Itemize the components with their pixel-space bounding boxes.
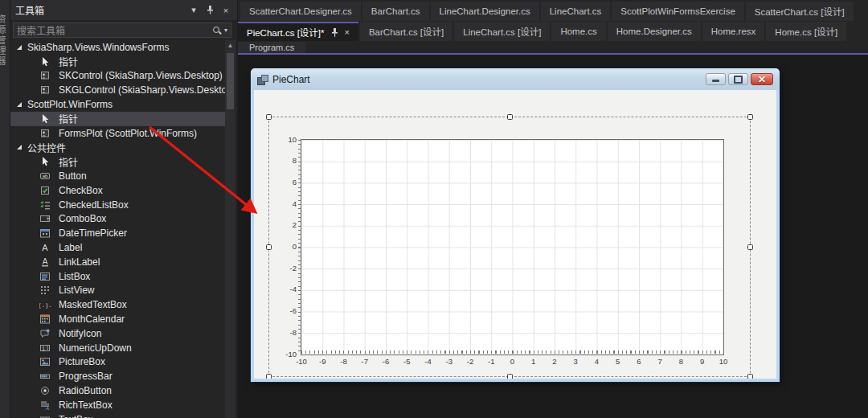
tab-piechart-cs-设计[interactable]: PieChart.cs [设计]*× — [238, 22, 358, 41]
toolbox-item-linklabel[interactable]: ALinkLabel — [10, 255, 225, 269]
toolbox-item-checkbox[interactable]: CheckBox — [10, 183, 225, 198]
toolbox-item-progressbar[interactable]: ProgressBar — [10, 369, 225, 383]
resize-handle-bottom-left[interactable] — [266, 374, 272, 379]
toolbox-item-checkedlistbox[interactable]: CheckedListBox — [10, 198, 225, 212]
toolbox-item-monthcalendar[interactable]: MonthCalendar — [10, 312, 225, 326]
x-tick-label: 3 — [567, 357, 584, 366]
formsplot-control-selection[interactable]: 1086420-2-4-6-8-10 -10-9-8-7-6-5-4-3-2-1… — [269, 117, 750, 376]
collapsed-panel-strip[interactable]: 资源管理器 — [0, 0, 10, 418]
designer-canvas[interactable]: PieChart ✕ — [238, 55, 868, 418]
toolbox-item-skglcontrol-skiasharp-views-desktop[interactable]: SKGLControl (SkiaSharp.Views.Desktop) — [10, 83, 225, 97]
resize-handle-mid-right[interactable] — [747, 244, 753, 250]
tab-barchart-cs[interactable]: BarChart.cs — [362, 2, 429, 21]
toolbox-item-maskedtextbox[interactable]: (.).MaskedTextBox — [10, 297, 225, 312]
linklabel-icon: A — [39, 256, 51, 268]
tab-home-designer-cs[interactable]: Home.Designer.cs — [608, 22, 701, 41]
tab-row-2: PieChart.cs [设计]*×BarChart.cs [设计]LineCh… — [238, 22, 868, 41]
checkedlistbox-icon — [39, 199, 51, 211]
toolbox-item-label: Button — [59, 170, 87, 182]
pin-icon[interactable] — [331, 28, 338, 37]
x-tick-label: 4 — [588, 357, 606, 366]
toolbox-item-指针[interactable]: 指针 — [10, 55, 225, 69]
toolbox-item-label[interactable]: ALabel — [10, 240, 225, 255]
toolbox-scrollbar[interactable]: ▲ — [225, 40, 235, 418]
toolbox-item-richtextbox[interactable]: ARichTextBox — [10, 398, 225, 412]
search-icon[interactable] — [212, 26, 222, 35]
label-icon: A — [39, 242, 51, 253]
toolbox-group-skiasharp-views-windowsforms[interactable]: SkiaSharp.Views.WindowsForms — [10, 40, 225, 55]
toolbox-item-combobox[interactable]: ComboBox — [10, 212, 225, 227]
toolbox-group-公共控件[interactable]: 公共控件 — [10, 141, 225, 155]
designed-form-window[interactable]: PieChart ✕ — [251, 68, 780, 382]
tab-linechart-cs-设计[interactable]: LineChart.cs [设计] — [454, 22, 550, 41]
tab-linechart-cs[interactable]: LineChart.cs — [541, 2, 611, 21]
pin-icon[interactable] — [203, 4, 216, 17]
tab-scottplotwinformsexercise[interactable]: ScottPlotWinFormsExercise — [612, 2, 744, 21]
toolbox-item-指针[interactable]: 指针 — [10, 112, 225, 126]
scroll-up-icon[interactable]: ▲ — [225, 42, 235, 49]
close-button[interactable]: ✕ — [751, 73, 773, 85]
close-icon[interactable]: × — [219, 4, 232, 17]
tab-label: BarChart.cs — [371, 6, 420, 16]
resize-handle-bottom-right[interactable] — [747, 374, 753, 379]
toolbox-item-label: ListView — [59, 285, 94, 296]
tab-program-cs[interactable]: Program.cs — [238, 42, 305, 53]
toolbox-item-picturebox[interactable]: PictureBox — [10, 355, 225, 370]
resize-handle-bottom-center[interactable] — [507, 374, 513, 379]
monthcalendar-icon — [39, 314, 51, 325]
numericupdown-icon: 1 — [39, 342, 51, 354]
tab-label: BarChart.cs [设计] — [369, 25, 444, 38]
radiobutton-icon — [39, 385, 51, 396]
toolbox-item-datetimepicker[interactable]: DateTimePicker — [10, 226, 225, 240]
search-options-chevron-icon[interactable]: ▾ — [224, 27, 227, 34]
toolbox-item-textbox[interactable]: TextBox — [10, 412, 225, 418]
toolbox-item-listview[interactable]: ListView — [10, 284, 225, 298]
toolbox-item-label: FormsPlot (ScottPlot.WinForms) — [59, 128, 197, 139]
toolbox-list: SkiaSharp.Views.WindowsForms指针SKControl … — [10, 40, 225, 418]
toolbox-item-formsplot-scottplot-winforms[interactable]: FormsPlot (ScottPlot.WinForms) — [10, 126, 225, 141]
maximize-button[interactable] — [728, 73, 748, 85]
chevron-down-icon[interactable]: ▾ — [187, 4, 200, 17]
resize-handle-top-right[interactable] — [747, 114, 753, 120]
x-tick-label: 2 — [546, 357, 563, 366]
close-icon[interactable]: × — [345, 28, 350, 37]
toolbox-item-notifyicon[interactable]: NotifyIcon — [10, 326, 225, 341]
document-well: ScatterChart.Designer.csBarChart.csLineC… — [238, 0, 868, 418]
toolbox-item-skcontrol-skiasharp-views-desktop[interactable]: SKControl (SkiaSharp.Views.Desktop) — [10, 69, 225, 84]
toolbox-group-scottplot-winforms[interactable]: ScottPlot.WinForms — [10, 97, 225, 112]
textbox-icon — [39, 414, 51, 418]
toolbox-item-label: LinkLabel — [59, 256, 100, 268]
tab-scatterchart-cs-设计[interactable]: ScatterChart.cs [设计] — [746, 2, 854, 21]
expander-icon[interactable] — [17, 45, 22, 50]
collapsed-panel-label: 资源管理器 — [0, 14, 7, 67]
toolbox-search-input[interactable]: 搜索工具箱 ▾ — [13, 23, 231, 38]
tab-barchart-cs-设计[interactable]: BarChart.cs [设计] — [360, 22, 452, 41]
tab-home-cs[interactable]: Home.cs — [551, 22, 605, 41]
x-tick-label: -2 — [461, 357, 479, 366]
tab-home-resx[interactable]: Home.resx — [702, 22, 765, 41]
scrollbar-thumb[interactable] — [227, 53, 234, 109]
minimize-button[interactable] — [706, 73, 726, 85]
toolbox-item-label: SKGLControl (SkiaSharp.Views.Desktop) — [59, 84, 225, 96]
resize-handle-top-center[interactable] — [507, 114, 513, 120]
form-client-area[interactable]: 1086420-2-4-6-8-10 -10-9-8-7-6-5-4-3-2-1… — [254, 90, 776, 379]
tab-label: Home.Designer.cs — [616, 27, 692, 36]
tab-scatterchart-designer-cs[interactable]: ScatterChart.Designer.cs — [240, 2, 361, 21]
toolbox-item-radiobutton[interactable]: RadioButton — [10, 383, 225, 398]
form-title-bar[interactable]: PieChart ✕ — [251, 68, 780, 90]
expander-icon[interactable] — [17, 102, 22, 107]
toolbox-item-指针[interactable]: 指针 — [10, 154, 225, 169]
resize-handle-top-left[interactable] — [266, 114, 272, 120]
resize-handle-mid-left[interactable] — [266, 244, 272, 250]
tab-home-cs-设计[interactable]: Home.cs [设计] — [766, 22, 846, 41]
x-tick-label: 5 — [609, 357, 627, 366]
toolbox-header: 工具箱 ▾ × — [10, 0, 237, 20]
toolbox-group-label: 公共控件 — [27, 141, 66, 154]
toolbox-item-numericupdown[interactable]: 1NumericUpDown — [10, 341, 225, 355]
toolbox-item-listbox[interactable]: ListBox — [10, 269, 225, 284]
toolbox-item-label: ProgressBar — [59, 371, 113, 382]
expander-icon[interactable] — [17, 145, 22, 150]
toolbox-item-button[interactable]: abButton — [10, 169, 225, 183]
plot-data-area[interactable] — [301, 139, 724, 355]
tab-linechart-designer-cs[interactable]: LineChart.Designer.cs — [431, 2, 539, 21]
